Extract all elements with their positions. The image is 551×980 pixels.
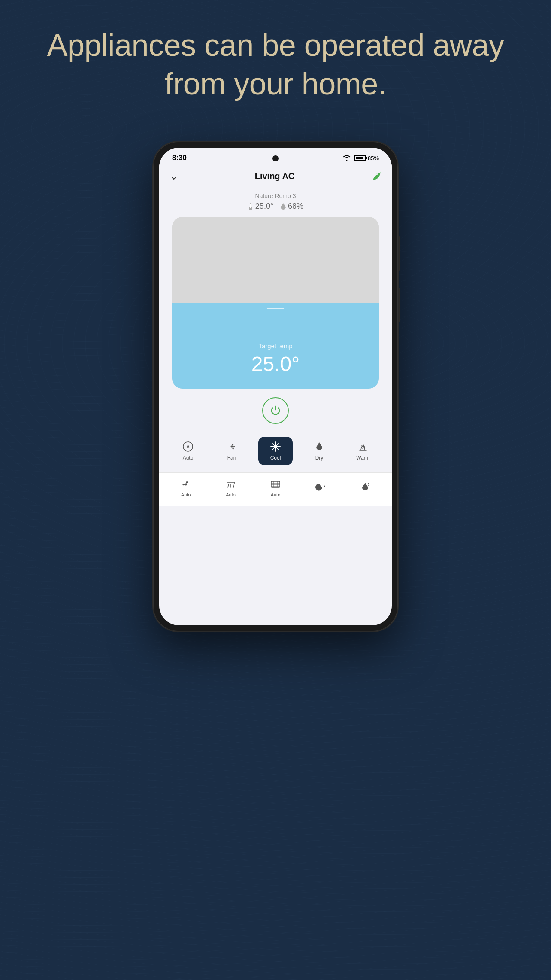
tab-fan-label: Auto bbox=[181, 492, 191, 497]
tab-sleep[interactable] bbox=[303, 481, 337, 495]
phone-frame: 8:30 85% bbox=[153, 142, 398, 631]
svg-point-11 bbox=[185, 484, 187, 486]
auto-mode-label: Auto bbox=[183, 455, 194, 461]
phone-mockup: 8:30 85% bbox=[153, 142, 398, 631]
tab-sleep-icon bbox=[315, 481, 326, 493]
app-title: Living AC bbox=[255, 171, 295, 181]
target-temp-label: Target temp bbox=[258, 342, 292, 350]
humidity-icon bbox=[280, 203, 286, 210]
tab-fan-speed[interactable]: Auto bbox=[169, 479, 203, 497]
temp-card-bottom: Target temp 25.0° bbox=[172, 303, 379, 389]
humidity-reading: 68% bbox=[280, 202, 303, 211]
wifi-icon bbox=[343, 155, 351, 161]
status-right: 85% bbox=[343, 155, 379, 161]
back-button[interactable]: ⌄ bbox=[170, 170, 178, 182]
temperature-reading: 25.0° bbox=[248, 202, 273, 211]
mode-auto[interactable]: A Auto bbox=[171, 437, 205, 465]
dry-mode-label: Dry bbox=[315, 455, 324, 461]
svg-point-18 bbox=[323, 484, 324, 484]
status-time: 8:30 bbox=[172, 154, 187, 162]
cool-mode-icon bbox=[270, 441, 281, 452]
mode-dry[interactable]: Dry bbox=[302, 437, 336, 465]
sensor-readings: 25.0° 68% bbox=[159, 202, 392, 211]
tab-airflow-label: Auto bbox=[271, 492, 281, 497]
warm-mode-icon bbox=[357, 441, 369, 452]
temp-card-top bbox=[172, 217, 379, 303]
hero-section: Appliances can be operated away from you… bbox=[0, 26, 551, 103]
sensor-device-name: Nature Remo 3 bbox=[159, 192, 392, 199]
mode-fan[interactable]: Fan bbox=[215, 437, 249, 465]
battery-container: 85% bbox=[354, 155, 379, 161]
svg-point-19 bbox=[324, 486, 325, 487]
tab-airflow-icon bbox=[270, 479, 281, 490]
power-button[interactable] bbox=[262, 397, 289, 424]
temp-slider-indicator bbox=[267, 308, 284, 309]
app-header: ⌄ Living AC bbox=[159, 166, 392, 188]
target-temp-value: 25.0° bbox=[251, 352, 300, 376]
phone-screen: 8:30 85% bbox=[159, 148, 392, 625]
tab-swing-icon bbox=[225, 479, 236, 490]
temperature-card[interactable]: Target temp 25.0° bbox=[172, 217, 379, 389]
thermometer-icon bbox=[248, 202, 254, 211]
svg-text:A: A bbox=[186, 444, 189, 449]
fan-mode-label: Fan bbox=[227, 455, 236, 461]
svg-rect-2 bbox=[250, 204, 251, 208]
warm-mode-label: Warm bbox=[356, 455, 370, 461]
tab-fan-icon bbox=[180, 479, 191, 490]
battery-fill bbox=[356, 157, 363, 159]
cool-mode-label: Cool bbox=[270, 455, 281, 461]
power-icon bbox=[269, 405, 282, 417]
mode-cool[interactable]: Cool bbox=[258, 437, 293, 465]
svg-point-10 bbox=[274, 445, 277, 448]
tab-swing[interactable]: Auto bbox=[214, 479, 248, 497]
mode-warm[interactable]: Warm bbox=[346, 437, 380, 465]
leaf-icon bbox=[371, 171, 381, 181]
svg-point-20 bbox=[368, 485, 369, 486]
battery-icon bbox=[354, 155, 366, 161]
fan-mode-icon bbox=[226, 441, 237, 452]
humidity-value: 68% bbox=[288, 202, 303, 211]
tab-bar: Auto Auto bbox=[159, 472, 392, 506]
hero-title: Appliances can be operated away from you… bbox=[34, 26, 517, 103]
tab-swing-label: Auto bbox=[226, 492, 236, 497]
power-section bbox=[159, 397, 392, 424]
auto-mode-icon: A bbox=[182, 441, 194, 452]
svg-point-5 bbox=[231, 446, 233, 448]
camera-dot bbox=[272, 155, 279, 161]
temperature-value: 25.0° bbox=[255, 202, 273, 211]
battery-percentage: 85% bbox=[368, 155, 379, 161]
tab-filter[interactable] bbox=[348, 481, 382, 495]
tab-filter-icon bbox=[360, 481, 371, 493]
mode-selector: A Auto Fan bbox=[159, 431, 392, 472]
tab-airflow[interactable]: Auto bbox=[258, 479, 293, 497]
sensor-section: Nature Remo 3 25.0° 68 bbox=[159, 188, 392, 217]
dry-mode-icon bbox=[314, 441, 325, 452]
